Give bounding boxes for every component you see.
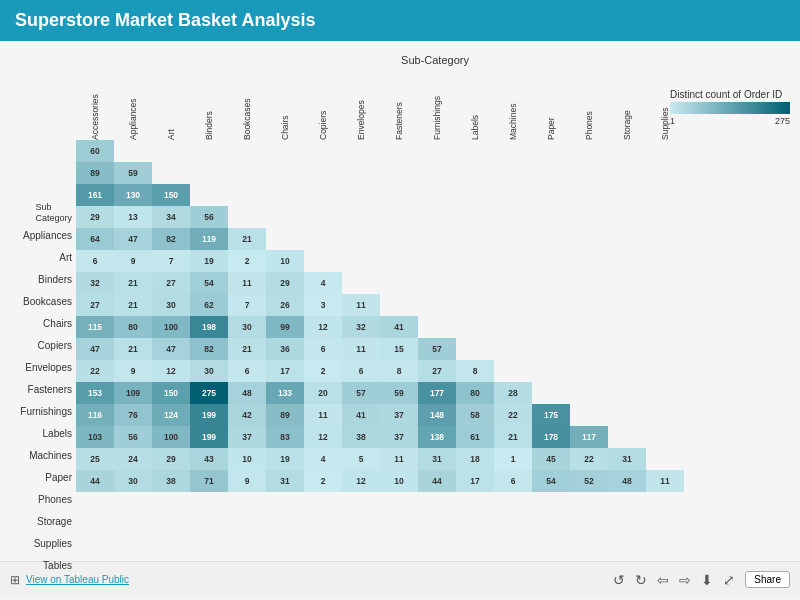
matrix-cell [608,184,646,206]
matrix-cell: 43 [190,448,228,470]
matrix-cell [532,162,570,184]
matrix-cell [304,228,342,250]
matrix-cell [342,206,380,228]
matrix-cell: 124 [152,404,190,426]
matrix-cell: 19 [190,250,228,272]
matrix-cell [532,338,570,360]
matrix-cell: 9 [114,360,152,382]
matrix-cell [190,162,228,184]
matrix-cell [608,382,646,404]
matrix-cell: 6 [228,360,266,382]
matrix-cell: 27 [76,294,114,316]
matrix-cell [494,228,532,250]
matrix-cell: 64 [76,228,114,250]
matrix-cell: 4 [304,272,342,294]
matrix-cell: 54 [190,272,228,294]
matrix-row: 1167612419942891141371485822175 [76,404,684,426]
matrix-cell: 22 [494,404,532,426]
sub-category-title: Sub-Category [78,54,792,66]
matrix-cell: 45 [532,448,570,470]
matrix-cell: 6 [76,250,114,272]
legend: Distinct count of Order ID 1 275 [670,89,790,126]
matrix-cell: 11 [380,448,418,470]
matrix-cell [266,228,304,250]
matrix-cell: 21 [228,228,266,250]
matrix-cell: 61 [456,426,494,448]
matrix-cell: 133 [266,382,304,404]
matrix-cell [418,272,456,294]
matrix-cell [456,316,494,338]
matrix-cell: 12 [152,360,190,382]
matrix-cell: 17 [266,360,304,382]
matrix-cell [494,338,532,360]
matrix-cell: 47 [76,338,114,360]
matrix-cell: 44 [418,470,456,492]
matrix-cell: 30 [190,360,228,382]
matrix-cell: 24 [114,448,152,470]
matrix-cell [570,272,608,294]
matrix-cell: 12 [342,470,380,492]
matrix-cell [608,426,646,448]
matrix-cell [570,162,608,184]
matrix-cell: 37 [380,426,418,448]
matrix-cell: 117 [570,426,608,448]
matrix-cell: 21 [494,426,532,448]
matrix-cell: 18 [456,448,494,470]
matrix-cell: 275 [190,382,228,404]
matrix-cell: 38 [152,470,190,492]
matrix-cell: 58 [456,404,494,426]
matrix-cell [646,338,684,360]
matrix-cell: 10 [266,250,304,272]
matrix-cell: 31 [266,470,304,492]
matrix-cell: 89 [76,162,114,184]
matrix-cell [380,140,418,162]
matrix-cell: 21 [114,294,152,316]
matrix-cell [570,250,608,272]
matrix-cell [228,206,266,228]
matrix-cell: 82 [190,338,228,360]
matrix-cell: 28 [494,382,532,404]
matrix-cell [228,140,266,162]
matrix-cell [380,250,418,272]
matrix-cell [152,162,190,184]
matrix-cell [570,228,608,250]
matrix-cell: 62 [190,294,228,316]
matrix-row: 64478211921 [76,228,684,250]
matrix-cell [532,360,570,382]
matrix-cell: 8 [380,360,418,382]
matrix-cell [418,294,456,316]
matrix-cell [494,250,532,272]
matrix-cell [190,140,228,162]
matrix-cell [418,250,456,272]
matrix-cell: 82 [152,228,190,250]
matrix-cell [266,184,304,206]
row-label-fasteners: Fasteners [8,378,76,400]
matrix-cell: 29 [152,448,190,470]
matrix-cell [418,184,456,206]
matrix-cell: 31 [418,448,456,470]
matrix-cell: 21 [114,272,152,294]
col-label-bookcases: Bookcases [228,68,266,140]
matrix-cell: 11 [342,294,380,316]
matrix-cell [456,250,494,272]
matrix-cell [342,250,380,272]
page-title: Superstore Market Basket Analysis [15,10,315,30]
matrix-cell: 8 [456,360,494,382]
matrix-cell [152,140,190,162]
matrix-cell: 11 [342,338,380,360]
matrix-cell [646,382,684,404]
matrix-cell: 150 [152,382,190,404]
matrix-cell [304,206,342,228]
row-label-phones: Phones [8,488,76,510]
matrix-row: 44303871931212104417654524811 [76,470,684,492]
matrix-cell [532,316,570,338]
matrix-cell [646,140,684,162]
matrix-cell [646,228,684,250]
matrix-cell [608,228,646,250]
matrix-cell [228,162,266,184]
matrix-cell: 80 [114,316,152,338]
matrix-cell [646,448,684,470]
matrix-cell [532,382,570,404]
matrix-cell [456,162,494,184]
matrix-cell [456,206,494,228]
